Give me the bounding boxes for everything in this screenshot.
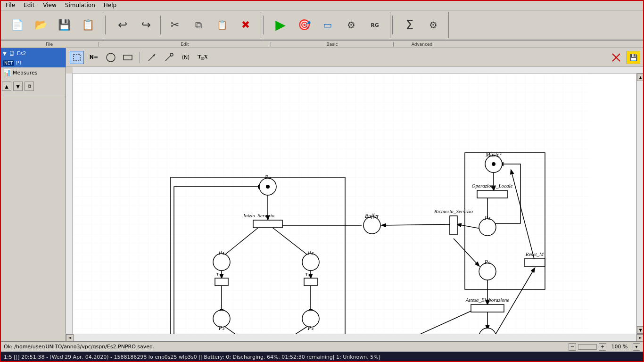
tool-arc[interactable] [145,51,159,64]
basic-group-label: Basic [271,42,394,47]
label-Richiesta_Servizio: Richiesta_Servizio [434,208,473,214]
undo-icon: ↩ [118,19,127,31]
new-icon: 📄 [11,20,24,30]
trans-T2 [304,278,317,286]
tool-token[interactable]: ⟨N⟩ [179,51,193,64]
menu-view[interactable]: View [39,1,60,9]
copy-side-button[interactable]: ⧉ [25,82,34,91]
eraser-button[interactable] [609,51,623,64]
basic4-button[interactable]: ⚙ [340,15,363,35]
tree-root-label: Es2 [17,50,26,57]
redo-icon: ↪ [141,19,151,31]
tool-tex[interactable]: TEX [196,51,210,64]
scroll-right-button[interactable]: ► [636,334,644,342]
tree-item-pt[interactable]: NET PT [0,58,66,67]
ruler-horizontal: /* ruler ticks rendered below */ [73,67,644,74]
trans-Attesa_Elaborazione [471,304,504,312]
run-button[interactable]: ▶ [269,15,292,35]
scroll-track[interactable] [637,81,644,326]
system-statusbar: 1:5 [|] 20:51:38 - (Wed 29 Apr, 04.2020)… [0,352,644,362]
new-button[interactable]: 📄 [6,15,28,35]
label-P3: P₃ [218,325,225,331]
menu-edit[interactable]: Edit [20,1,38,9]
zoom-minus-button[interactable]: − [569,343,576,351]
zoom-display: 100 % [608,344,631,350]
advanced2-button[interactable]: ⚙ [422,15,445,35]
zoom-plus-button[interactable]: + [599,343,606,351]
svg-point-1 [107,53,115,62]
delete-button[interactable]: ✖ [234,15,257,35]
basic3-button[interactable]: ▭ [316,15,339,35]
ruler-h-row: /* ruler ticks rendered below */ [73,67,644,74]
scroll-left-button[interactable]: ◄ [66,334,74,342]
advanced2-icon: ⚙ [429,20,438,30]
animate-icon: 🎯 [298,20,311,30]
canvas-container: N= ⟨N⟩ TEX [66,48,644,341]
tool-select[interactable] [70,51,84,64]
label-T1: T₁ [216,272,221,277]
toolbar-group-file: 📄 📂 💾 📋 File [2,12,103,38]
petri-canvas[interactable]: P₀ P₁ P₂ P₃ P₄ [73,74,636,334]
tex-label: TEX [198,54,207,61]
trans-Reset_M [524,259,545,266]
undo-button[interactable]: ↩ [111,15,134,35]
trans-Richiesta_Servizio [450,216,457,235]
delete-icon: ✖ [241,20,250,30]
label-Master: Master [485,151,502,158]
menu-file[interactable]: File [2,1,19,9]
label-Buffer: Buffer [365,213,379,219]
pt-label: PT [16,60,22,66]
petri-net-svg: P₀ P₁ P₂ P₃ P₄ [73,74,591,334]
tool-sep-1 [140,52,140,63]
save-button[interactable]: 💾 [53,15,75,35]
pt-badge: NET [3,60,14,66]
tree-expand-icon: ▼ [3,51,7,56]
menu-help[interactable]: Help [100,1,120,9]
sum-button[interactable]: Σ [398,15,421,35]
canvas-main-row: P₀ P₁ P₂ P₃ P₄ [66,74,644,334]
scroll-up-button[interactable]: ▲ [637,74,644,81]
down-button[interactable]: ▼ [13,82,23,91]
trans-Operazione_Locale [477,190,507,198]
copy-doc-button[interactable]: 📋 [76,15,99,35]
tree-root[interactable]: ▼ 🖥 Es2 [0,48,66,58]
scroll-down-button[interactable]: ▼ [637,326,644,334]
copy-doc-icon: 📋 [82,20,94,30]
separator-1 [105,16,106,34]
bottom-scrollbar[interactable]: ◄ ► [66,334,644,341]
save-floppy-icon: 💾 [629,54,637,61]
scroll-h-track[interactable] [74,334,636,342]
redo-button[interactable]: ↪ [135,15,157,35]
copy-button[interactable]: ⧉ [187,15,210,35]
zoom-dropdown-button[interactable]: ▾ [633,343,640,351]
animate-button[interactable]: 🎯 [293,15,315,35]
up-button[interactable]: ▲ [2,82,11,91]
tool-transition[interactable] [121,51,135,64]
open-button[interactable]: 📂 [29,15,52,35]
save-icon-btn[interactable]: 💾 [626,51,640,64]
label-Attesa_Elaborazione: Attesa_Elaborazione [465,297,509,303]
cut-button[interactable]: ✂ [164,15,186,35]
content-area: ▼ 🖥 Es2 NET PT 📊 Measures ▲ ▼ ⧉ N= [0,48,644,341]
place-P1 [213,254,230,271]
copy-icon: ⧉ [195,20,202,30]
measures-label: Measures [13,70,37,76]
rg-button[interactable]: RG [363,15,386,35]
tree-item-measures[interactable]: 📊 Measures [0,67,66,78]
label-P9: P₉ [484,259,491,265]
run-icon: ▶ [275,18,286,32]
save-icon: 💾 [58,20,71,30]
right-scrollbar[interactable]: ▲ ▼ [636,74,644,334]
tool-inhibitor[interactable] [162,51,176,64]
tool-token-count[interactable]: N= [87,51,101,64]
zoom-slider[interactable] [578,344,597,350]
toolbar: 📄 📂 💾 📋 File ↩ ↪ ✂ ⧉ 📋 ✖ [0,10,644,41]
paste-button[interactable]: 📋 [211,15,233,35]
tool-place[interactable] [104,51,118,64]
menu-simulation[interactable]: Simulation [61,1,99,9]
token-Master [492,162,495,166]
toolbar-labels: File Edit Basic Advanced [0,41,644,48]
toolbar-group-basic: ▶ 🎯 ▭ ⚙ RG [265,12,390,38]
statusbar: Ok: /home/user/UNITO/anno3/vpc/gspn/Es2.… [0,341,644,352]
statusbar-right: − + 100 % ▾ [569,343,640,351]
